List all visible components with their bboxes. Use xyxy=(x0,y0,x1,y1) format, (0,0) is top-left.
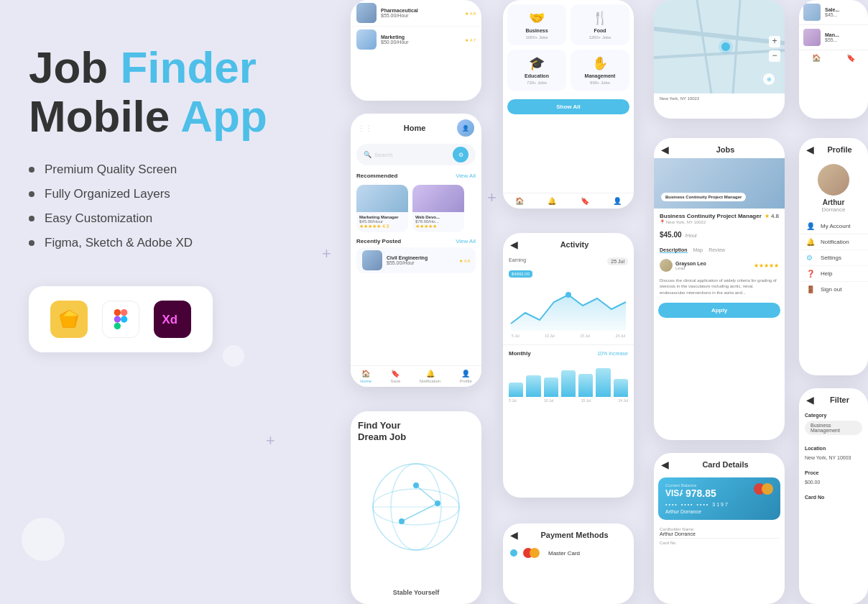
cat-food-count: 1260+ Jobs xyxy=(588,35,611,40)
menu-settings-label: Settings xyxy=(821,255,841,261)
bar-7 xyxy=(614,379,628,397)
svg-text:VISA: VISA xyxy=(665,488,683,498)
job-rating-2: ★ 4.7 xyxy=(465,37,476,42)
search-button[interactable]: ⚙ xyxy=(453,147,468,163)
feature-item-4: Figma, Sketch & Adobe XD xyxy=(29,236,302,250)
activity-header: ◀ Activity xyxy=(503,233,634,253)
screen-job-listing: Pharmaceutical $55.00/Hour ★ 4.8 Marketi… xyxy=(351,0,481,101)
job-title-text: Business Continuity Project Manager xyxy=(660,213,762,219)
menu-account[interactable]: 👤 My Account xyxy=(799,219,868,234)
cat-education[interactable]: 🎓 Education 720+ Jobs xyxy=(507,50,566,91)
reviewer-name: Grayson Leo xyxy=(675,261,706,266)
apply-button[interactable]: Apply xyxy=(658,303,780,318)
nav-profile[interactable]: 👤 Profile xyxy=(460,370,472,383)
home-avatar[interactable]: 👤 xyxy=(457,119,474,137)
payment-header: ◀ Payment Methods xyxy=(503,523,634,544)
rec-card-2[interactable]: Web Devo... $78.00/Ho... ★★★★★ xyxy=(412,185,464,232)
card-balance: 978.85 xyxy=(685,488,716,499)
menu-account-label: My Account xyxy=(821,223,850,229)
filter-category-value[interactable]: Business Management xyxy=(805,421,862,435)
profile-avatar xyxy=(818,164,849,196)
svg-text:−: − xyxy=(772,50,777,60)
feature-dot-2 xyxy=(29,191,34,197)
menu-signout[interactable]: 🚪 Sign out xyxy=(799,282,868,297)
partial-nav-save: 🔖 xyxy=(846,54,855,62)
screen-filter: ◀ Filter Category Business Management Lo… xyxy=(799,388,868,604)
signout-icon: 🚪 xyxy=(806,285,816,293)
job-rating-container: ★ 4.8 xyxy=(765,213,779,219)
cat-management[interactable]: ✋ Management 900+ Jobs xyxy=(571,50,629,91)
cat-nav-profile[interactable]: 👤 xyxy=(613,197,622,205)
title-mobile: Mobile xyxy=(29,91,170,141)
recently-view-all[interactable]: View All xyxy=(456,238,476,244)
show-all-button[interactable]: Show All xyxy=(507,99,629,114)
xd-logo: Xd xyxy=(154,301,191,338)
filter-location-section: Location New York, NY 10003 xyxy=(799,441,868,466)
nav-notification[interactable]: 🔔 Notification xyxy=(420,370,441,383)
job-detail-back[interactable]: ◀ xyxy=(661,144,669,155)
payment-back-arrow[interactable]: ◀ xyxy=(510,529,518,541)
card-details-title: Card Details xyxy=(702,460,748,469)
screen-map: + − ⊕ New York, NY 10022 xyxy=(654,0,785,119)
card-no-label: Card No xyxy=(660,541,779,545)
feature-item-3: Easy Customization xyxy=(29,211,302,226)
globe-svg xyxy=(359,449,474,564)
rec-card-1[interactable]: Marketing Manager $45.00/Hour ★★★★★ 4.9 xyxy=(356,185,408,232)
tab-review[interactable]: Review xyxy=(708,247,725,253)
svg-text:Xd: Xd xyxy=(162,313,177,326)
feature-dot-1 xyxy=(29,167,34,173)
rec-card-img-1 xyxy=(356,185,408,212)
cat-nav-home[interactable]: 🏠 xyxy=(515,197,524,205)
menu-help-label: Help xyxy=(821,270,832,277)
cat-nav-save[interactable]: 🔖 xyxy=(581,197,589,205)
location-label: New York, NY 10022 xyxy=(654,93,785,104)
job-price-text: $45.00 xyxy=(660,231,682,239)
card-back-arrow[interactable]: ◀ xyxy=(661,459,669,470)
card-number: •••• •••• •••• 3197 xyxy=(665,502,773,507)
settings-icon: ⚙ xyxy=(806,254,816,262)
dream-job-content: Find Your Dream Job xyxy=(351,411,481,585)
job-detail-image: Business Continuity Project Manager xyxy=(654,158,785,209)
job-price-unit: /Hour xyxy=(685,233,697,238)
profile-name: Arthur xyxy=(823,198,845,206)
profile-back-arrow[interactable]: ◀ xyxy=(806,144,814,155)
menu-settings[interactable]: ⚙ Settings xyxy=(799,250,868,266)
cat-business[interactable]: 🤝 Business 1000+ Jobs xyxy=(507,4,566,45)
svg-rect-11 xyxy=(114,323,121,329)
cat-bottom-nav: 🏠 🔔 🔖 👤 xyxy=(503,193,634,209)
payment-mastercard[interactable]: Master Card xyxy=(503,544,634,562)
figma-logo xyxy=(102,301,139,338)
svg-rect-10 xyxy=(121,316,127,323)
svg-point-29 xyxy=(719,40,733,54)
map-area: + − ⊕ xyxy=(654,0,785,93)
earning-label: Earning xyxy=(509,257,526,262)
filter-back-arrow[interactable]: ◀ xyxy=(806,394,814,406)
recently-posted-header: Recently Posted View All xyxy=(351,235,481,247)
tab-description[interactable]: Description xyxy=(660,247,688,253)
feature-item-2: Fully Organized Layers xyxy=(29,187,302,201)
notification-icon: 🔔 xyxy=(806,238,816,246)
activity-back-arrow[interactable]: ◀ xyxy=(510,239,518,250)
svg-rect-8 xyxy=(121,309,127,316)
payment-radio[interactable] xyxy=(510,549,517,557)
profile-menu: 👤 My Account 🔔 Notification ⚙ Settings ❓… xyxy=(799,219,868,297)
sale-item-2: Man... $55... xyxy=(799,25,868,50)
bar-6 xyxy=(596,368,610,397)
nav-save[interactable]: 🔖 Save xyxy=(391,370,401,383)
menu-help[interactable]: ❓ Help xyxy=(799,266,868,282)
search-bar[interactable]: 🔍 Search ⚙ xyxy=(356,144,476,165)
cat-food[interactable]: 🍴 Food 1260+ Jobs xyxy=(571,4,629,45)
filter-price-label: Proce xyxy=(805,470,862,475)
cat-nav-notification[interactable]: 🔔 xyxy=(548,197,556,205)
bar-2 xyxy=(526,375,540,397)
cat-business-name: Business xyxy=(525,28,548,33)
menu-notification-label: Notification xyxy=(821,239,849,245)
category-grid: 🤝 Business 1000+ Jobs 🍴 Food 1260+ Jobs … xyxy=(503,0,634,95)
nav-home[interactable]: 🏠 Home xyxy=(360,370,371,383)
tab-map[interactable]: Map xyxy=(693,247,703,253)
job-thumb-1 xyxy=(356,3,377,23)
menu-notification[interactable]: 🔔 Notification xyxy=(799,234,868,250)
job-detail-title: Jobs xyxy=(716,145,735,154)
view-all-link[interactable]: View All xyxy=(456,173,476,179)
recent-job-item[interactable]: Civil Engineering $55.00/Hour ★ 4.8 xyxy=(356,247,476,273)
